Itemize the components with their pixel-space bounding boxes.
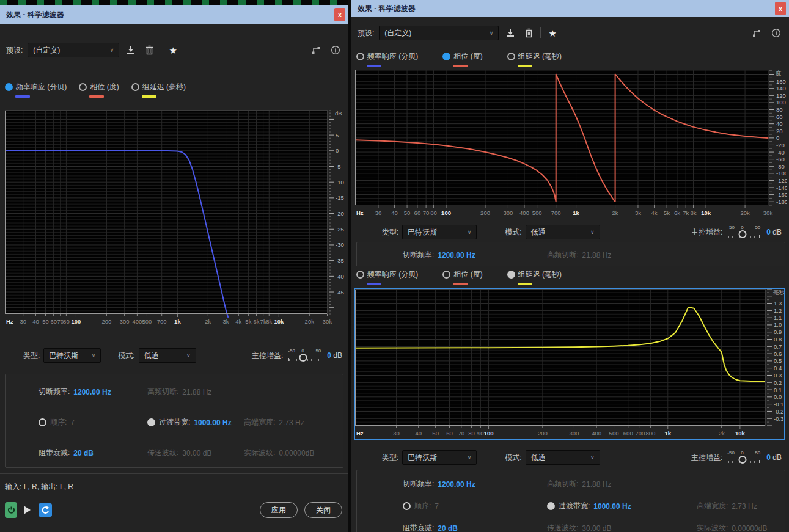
gain-knob[interactable]: [738, 456, 746, 464]
gain-track[interactable]: [728, 235, 760, 238]
tab-phase[interactable]: 相位 (度): [79, 82, 119, 98]
tab-freq[interactable]: 频率响应 (分贝): [356, 269, 418, 285]
svg-text:700: 700: [157, 318, 167, 325]
param-value[interactable]: 1000.00 Hz: [194, 418, 231, 427]
tab-delay[interactable]: 组延迟 (毫秒): [507, 51, 562, 67]
tab-main[interactable]: 相位 (度): [442, 269, 482, 280]
tab-delay[interactable]: 组延迟 (毫秒): [507, 269, 562, 285]
preset-dropdown[interactable]: (自定义) ∨: [379, 26, 499, 40]
param-value[interactable]: 1200.00 Hz: [438, 251, 475, 260]
tab-main[interactable]: 组延迟 (毫秒): [131, 82, 186, 92]
param-value[interactable]: 1000.00 Hz: [593, 502, 631, 511]
param-value[interactable]: 1200.00 Hz: [438, 480, 475, 489]
gain-track[interactable]: [728, 460, 760, 463]
gain-track[interactable]: [288, 358, 320, 361]
filter-type-dropdown[interactable]: 巴特沃斯 ∨: [402, 225, 477, 239]
filter-type-dropdown[interactable]: 巴特沃斯 ∨: [43, 348, 101, 363]
filter-mode-dropdown[interactable]: 低通 ∨: [526, 225, 600, 239]
preset-label: 预设:: [358, 28, 374, 38]
delete-preset-icon[interactable]: [142, 43, 156, 57]
param-cutoff-frequency[interactable]: 切断频率:1200.00 Hz: [403, 479, 475, 489]
tab-main[interactable]: 相位 (度): [442, 51, 482, 62]
gain-knob[interactable]: [299, 354, 307, 362]
svg-text:400: 400: [132, 318, 142, 325]
tab-phase[interactable]: 相位 (度): [442, 269, 482, 285]
close-icon[interactable]: x: [334, 8, 345, 21]
param-stopband-attenuation[interactable]: 阻带衰减:20 dB: [39, 448, 94, 458]
filter-mode-dropdown[interactable]: 低通 ∨: [139, 348, 196, 363]
favorite-star-icon[interactable]: ★: [166, 43, 180, 57]
svg-text:800: 800: [645, 430, 655, 437]
radio-icon[interactable]: [147, 418, 155, 426]
tab-phase[interactable]: 相位 (度): [442, 51, 482, 67]
tab-freq[interactable]: 频率响应 (分贝): [356, 51, 418, 67]
param-hf-cutoff: 高频切断:21.88 Hz: [547, 479, 611, 489]
tab-main[interactable]: 频率响应 (分贝): [356, 269, 418, 280]
param-transition-bandwidth[interactable]: 过渡带宽:1000.00 Hz: [547, 501, 631, 511]
tab-main[interactable]: 频率响应 (分贝): [5, 82, 67, 92]
svg-text:0.1: 0.1: [774, 387, 782, 393]
preview-play-button[interactable]: [24, 506, 31, 514]
param-cutoff-frequency[interactable]: 切断频率:1200.00 Hz: [39, 387, 111, 397]
legend-swatch: [89, 95, 104, 98]
radio-icon[interactable]: [131, 83, 139, 91]
power-toggle-button[interactable]: [5, 502, 17, 518]
radio-icon[interactable]: [356, 53, 364, 60]
svg-text:100: 100: [776, 99, 786, 106]
info-icon[interactable]: [329, 43, 342, 57]
master-gain-slider[interactable]: -50 0 50: [727, 450, 760, 465]
panel-options-icon[interactable]: [309, 43, 323, 57]
tab-main[interactable]: 组延迟 (毫秒): [507, 269, 562, 280]
tab-main[interactable]: 相位 (度): [79, 82, 119, 92]
preset-value: (自定义): [33, 45, 60, 56]
param-stopband-attenuation[interactable]: 阻带衰减:20 dB: [403, 523, 458, 532]
tab-main[interactable]: 组延迟 (毫秒): [507, 51, 562, 62]
toggle-state-button[interactable]: [39, 503, 52, 517]
param-transition-bandwidth[interactable]: 过渡带宽:1000.00 Hz: [147, 417, 232, 428]
radio-icon[interactable]: [442, 271, 450, 279]
panel-options-icon[interactable]: [750, 26, 763, 40]
tab-main[interactable]: 频率响应 (分贝): [356, 51, 418, 62]
tab-delay[interactable]: 组延迟 (毫秒): [131, 82, 186, 98]
preset-label: 预设:: [6, 45, 23, 56]
svg-text:300: 300: [570, 430, 579, 437]
delete-preset-icon[interactable]: [522, 26, 535, 40]
save-preset-icon[interactable]: [124, 43, 138, 57]
radio-icon[interactable]: [356, 271, 364, 279]
radio-icon[interactable]: [39, 418, 46, 426]
param-value[interactable]: 20 dB: [73, 449, 94, 457]
type-label: 类型:: [382, 227, 398, 238]
param-cutoff-frequency[interactable]: 切断频率:1200.00 Hz: [403, 250, 475, 260]
apply-button[interactable]: 应用: [260, 502, 298, 518]
preset-dropdown[interactable]: (自定义) ∨: [28, 43, 119, 57]
svg-text:0.2: 0.2: [774, 379, 782, 386]
svg-text:0.5: 0.5: [774, 357, 782, 364]
svg-text:-140: -140: [776, 184, 787, 191]
gain-knob[interactable]: [738, 230, 746, 238]
filter-mode-dropdown[interactable]: 低通 ∨: [526, 450, 600, 465]
close-icon[interactable]: x: [775, 2, 786, 15]
filter-type-dropdown[interactable]: 巴特沃斯 ∨: [402, 450, 477, 465]
radio-icon[interactable]: [507, 271, 515, 279]
radio-icon[interactable]: [79, 83, 87, 91]
radio-icon[interactable]: [507, 53, 515, 60]
radio-icon[interactable]: [403, 502, 411, 510]
radio-icon[interactable]: [547, 502, 555, 510]
titlebar[interactable]: 效果 - 科学滤波器 x: [0, 5, 348, 24]
svg-text:3k: 3k: [635, 210, 641, 216]
svg-text:200: 200: [538, 430, 548, 437]
master-gain-slider[interactable]: -50 0 50: [288, 348, 321, 363]
radio-icon[interactable]: [5, 83, 13, 91]
info-icon[interactable]: [769, 26, 783, 40]
radio-icon[interactable]: [442, 53, 450, 60]
close-button[interactable]: 关闭: [304, 502, 342, 518]
tab-freq[interactable]: 频率响应 (分贝): [5, 82, 67, 98]
param-value[interactable]: 1200.00 Hz: [73, 388, 111, 396]
type-label: 类型:: [23, 351, 40, 361]
svg-text:0: 0: [336, 147, 339, 154]
save-preset-icon[interactable]: [504, 26, 517, 40]
titlebar[interactable]: 效果 - 科学滤波器 x: [351, 0, 789, 17]
master-gain-slider[interactable]: -50 0 50: [727, 225, 760, 239]
favorite-star-icon[interactable]: ★: [546, 26, 559, 40]
param-value[interactable]: 20 dB: [438, 524, 458, 532]
